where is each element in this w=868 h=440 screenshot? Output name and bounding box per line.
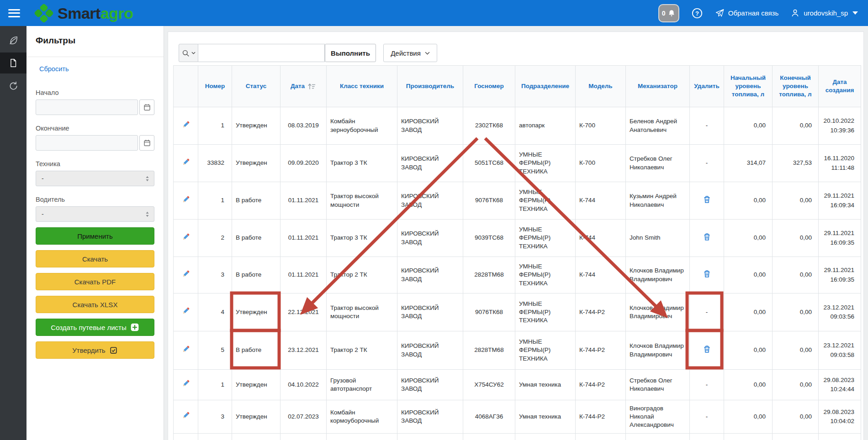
operator-cell: Кузьмин Андрей Николаевич (626, 182, 690, 220)
driver-select[interactable]: - (36, 206, 154, 222)
tech-class-cell: Комбайн кормоуборочный (327, 400, 397, 434)
date-cell: 01.11.2021 (281, 220, 327, 257)
delete-cell (690, 257, 724, 293)
download-xlsx-button[interactable]: Скачать XLSX (36, 296, 154, 313)
user-menu[interactable]: urodovskih_sp (790, 8, 858, 18)
smartagro-logo[interactable]: Smartagro (34, 3, 133, 23)
column-header-division[interactable]: Подразделение (515, 66, 576, 107)
tech-class-cell: Комбайн зерноуборочный (327, 107, 397, 145)
stepper-arrows-icon (145, 175, 149, 182)
end-date-calendar-button[interactable] (139, 135, 154, 151)
download-pdf-button[interactable]: Скачать PDF (36, 273, 154, 290)
start-date-input[interactable] (36, 100, 138, 115)
tech-select[interactable]: - (36, 171, 154, 186)
tech-class-cell: Грузовой автотранспорт (327, 370, 397, 400)
delete-trash-icon[interactable] (703, 269, 711, 278)
reset-filters-link[interactable]: Сбросить (39, 65, 69, 73)
plate-cell: 2828ТМ68 (463, 331, 515, 370)
column-header-operator[interactable]: Механизатор (626, 66, 690, 107)
page: Smartagro 0 ? Обратная связь (0, 0, 868, 440)
number-cell: 4 (198, 293, 232, 331)
number-cell: 1 (198, 107, 232, 145)
delete-trash-icon[interactable] (703, 232, 711, 241)
column-header-tech-class[interactable]: Класс техники (327, 66, 397, 107)
edit-pencil-icon[interactable] (181, 269, 191, 278)
table-row: 1В работе01.11.2021Трактор высокой мощно… (174, 182, 861, 220)
execute-button[interactable]: Выполнить (325, 44, 376, 62)
fuel-end-cell (773, 434, 819, 440)
search-input[interactable] (198, 44, 325, 62)
column-header-number[interactable]: Номер (198, 66, 232, 107)
created-cell: 29.08.202310:24:44 (819, 370, 861, 400)
chevron-down-icon (852, 11, 858, 15)
fuel-start-cell (724, 434, 773, 440)
column-header-manufacturer[interactable]: Производитель (397, 66, 463, 107)
column-header-delete[interactable]: Удалить (690, 66, 724, 107)
main-card: Выполнить Действия Номер Статус (168, 31, 864, 440)
tech-class-cell (327, 434, 397, 440)
column-header-fuel-start[interactable]: Начальный уровень топлива, л (724, 66, 773, 107)
divider (26, 57, 164, 57)
edit-pencil-icon[interactable] (181, 157, 191, 167)
date-cell: 22.12.2021 (281, 293, 327, 331)
table-row: 1Утвержден04.10.2022Грузовой автотранспо… (174, 370, 861, 400)
hamburger-menu-icon[interactable] (8, 9, 20, 17)
edit-pencil-icon[interactable] (181, 411, 191, 420)
edit-pencil-icon[interactable] (181, 195, 191, 204)
table-row: 4Утвержден22.12.2021Трактор высокой мощн… (174, 293, 861, 331)
status-cell: В работе (232, 182, 281, 220)
column-header-status[interactable]: Статус (232, 66, 281, 107)
edit-pencil-icon[interactable] (181, 379, 191, 388)
division-cell: Умная техника (515, 400, 576, 434)
column-header-created[interactable]: Дата создания (819, 66, 861, 107)
delete-cell (690, 182, 724, 220)
download-button[interactable]: Скачать (36, 250, 154, 267)
delete-cell: - (690, 400, 724, 434)
sidebar-item-agro[interactable] (0, 30, 26, 51)
create-waybills-button[interactable]: Создать путевые листы (36, 319, 154, 336)
actions-dropdown[interactable]: Действия (383, 44, 437, 62)
feedback-link[interactable]: Обратная связь (715, 8, 779, 18)
division-cell: УМНЫЕ ФЕРМЫ(Р) ТЕХНИКА (515, 257, 576, 293)
apply-button[interactable]: Применить (36, 227, 154, 245)
delete-trash-icon[interactable] (703, 345, 711, 354)
column-header-date[interactable]: Дата (281, 66, 327, 107)
delete-trash-icon[interactable] (703, 195, 711, 204)
manufacturer-cell: КИРОВСКИЙ ЗАВОД (397, 370, 463, 400)
approve-button[interactable]: Утвердить (36, 341, 154, 359)
fuel-end-cell: 0,00 (773, 182, 819, 220)
column-header-fuel-end[interactable]: Конечный уровень топлива, л (773, 66, 819, 107)
sidebar-item-sync[interactable] (0, 75, 26, 96)
table-row: 33832Утвержден09.09.2020Трактор 3 ТККИРО… (174, 145, 861, 182)
sidebar-item-waybills[interactable] (0, 52, 26, 73)
column-header-edit (174, 66, 198, 107)
end-date-input[interactable] (36, 135, 138, 151)
chevron-down-icon (425, 52, 430, 55)
edit-cell (174, 107, 198, 145)
table-toolbar: Выполнить Действия (179, 44, 437, 62)
column-header-plate[interactable]: Госномер (463, 66, 515, 107)
table-row: 3Утвержден02.07.2023Комбайн кормоуборочн… (174, 400, 861, 434)
smartagro-logo-icon (34, 3, 54, 23)
notifications-button[interactable]: 0 (658, 4, 679, 22)
edit-pencil-icon[interactable] (181, 345, 191, 354)
created-cell: 29.11.202116:09:34 (819, 182, 861, 220)
status-cell: Утвержден (232, 400, 281, 434)
search-options-button[interactable] (179, 44, 198, 62)
column-header-model[interactable]: Модель (576, 66, 626, 107)
edit-pencil-icon[interactable] (181, 120, 191, 129)
help-icon[interactable]: ? (691, 7, 703, 19)
division-cell: УМНЫЕ ФЕРМЫ(Р) ТЕХНИКА (515, 182, 576, 220)
fuel-start-cell: 0,00 (724, 257, 773, 293)
tech-class-cell: Трактор 2 ТК (327, 331, 397, 370)
fuel-start-cell: 0,00 (724, 107, 773, 145)
date-cell: 23.12.2021 (281, 331, 327, 370)
number-cell: 33832 (198, 145, 232, 182)
division-cell: УМНЫЕ ФЕРМЫ(Р) ТЕХНИКА (515, 293, 576, 331)
operator-cell: Стребков Олег Николаевич (626, 370, 690, 400)
tech-class-cell: Трактор 3 ТК (327, 220, 397, 257)
paper-plane-icon (715, 8, 725, 18)
edit-pencil-icon[interactable] (181, 306, 191, 315)
start-date-calendar-button[interactable] (139, 100, 154, 115)
edit-pencil-icon[interactable] (181, 232, 191, 241)
